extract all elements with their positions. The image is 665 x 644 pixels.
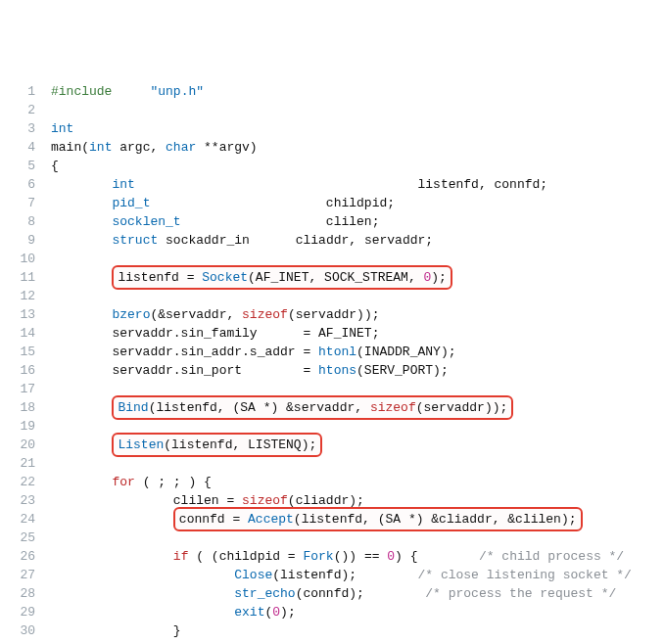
- code-line: 22 for ( ; ; ) {: [0, 473, 657, 491]
- code-token: (listenfd, (SA *) &servaddr,: [149, 400, 370, 415]
- code-line: 1#include "unp.h": [0, 82, 657, 101]
- code-token: [51, 549, 173, 564]
- code-token: (: [81, 140, 89, 155]
- code-line: 5{: [0, 157, 657, 175]
- code-content: for ( ; ; ) {: [51, 473, 657, 491]
- code-token: ( ; ; ) {: [135, 475, 212, 489]
- code-content: servaddr.sin_family = AF_INET;: [51, 324, 657, 343]
- code-line: 9 struct sockaddr_in cliaddr, servaddr;: [0, 231, 657, 250]
- line-number: 31: [0, 640, 51, 644]
- code-token: [51, 307, 112, 322]
- line-number: 10: [0, 250, 51, 268]
- line-number: 29: [0, 603, 51, 621]
- code-line: 15 servaddr.sin_addr.s_addr = htonl(INAD…: [0, 343, 657, 361]
- code-line: 2: [0, 101, 657, 119]
- code-line: 18 Bind(listenfd, (SA *) &servaddr, size…: [0, 398, 657, 417]
- code-token: struct: [112, 233, 158, 248]
- line-number: 15: [0, 343, 51, 361]
- code-content: Bind(listenfd, (SA *) &servaddr, sizeof(…: [51, 398, 657, 417]
- code-content: servaddr.sin_addr.s_addr = htonl(INADDR_…: [51, 343, 657, 361]
- code-listing: 1#include "unp.h"23int4main(int argc, ch…: [0, 82, 657, 644]
- code-token: (AF_INET, SOCK_STREAM,: [248, 270, 423, 285]
- code-token: main: [51, 140, 81, 155]
- code-token: clilen =: [51, 493, 242, 508]
- code-content: }: [51, 621, 657, 640]
- code-token: [51, 233, 112, 248]
- code-line: 8 socklen_t clilen;: [0, 212, 657, 231]
- code-content: listenfd = Socket(AF_INET, SOCK_STREAM, …: [51, 268, 657, 287]
- code-content: bzero(&servaddr, sizeof(servaddr));: [51, 305, 657, 324]
- line-number: 18: [0, 398, 51, 417]
- line-number: 9: [0, 231, 51, 250]
- code-line: 24 connfd = Accept(listenfd, (SA *) &cli…: [0, 510, 657, 529]
- code-token: for: [112, 475, 134, 489]
- line-number: 20: [0, 436, 51, 454]
- code-line: 11 listenfd = Socket(AF_INET, SOCK_STREA…: [0, 268, 657, 287]
- code-token: [51, 586, 234, 601]
- code-content: Close(connfd); /* parent closes connecte…: [51, 640, 657, 644]
- code-line: 26 if ( (childpid = Fork()) == 0) { /* c…: [0, 547, 657, 566]
- code-token: Accept: [248, 512, 294, 527]
- code-token: **argv): [196, 140, 257, 155]
- code-content: servaddr.sin_port = htons(SERV_PORT);: [51, 361, 657, 380]
- code-token: (cliaddr);: [288, 493, 364, 508]
- line-number: 6: [0, 175, 51, 194]
- code-token: ()) ==: [334, 549, 388, 564]
- line-number: 11: [0, 268, 51, 287]
- code-content: #include "unp.h": [51, 82, 657, 101]
- code-token: Close: [234, 568, 272, 582]
- code-token: (INADDR_ANY);: [356, 345, 455, 359]
- line-number: 3: [0, 119, 51, 138]
- line-number: 13: [0, 305, 51, 324]
- code-token: sizeof: [370, 400, 416, 415]
- code-token: bzero: [112, 307, 150, 322]
- code-token: connfd =: [179, 512, 248, 527]
- highlight-box: Listen(listenfd, LISTENQ);: [112, 433, 322, 457]
- code-content: int: [51, 119, 657, 138]
- code-token: {: [51, 159, 59, 173]
- code-token: 0: [272, 605, 280, 620]
- code-line: 3int: [0, 119, 657, 138]
- line-number: 17: [0, 380, 51, 398]
- code-line: 16 servaddr.sin_port = htons(SERV_PORT);: [0, 361, 657, 380]
- code-token: [158, 233, 166, 248]
- code-token: (listenfd, LISTENQ);: [164, 437, 316, 452]
- code-token: "unp.h": [150, 84, 204, 99]
- code-content: socklen_t clilen;: [51, 212, 657, 231]
- code-token: clilen;: [181, 214, 380, 229]
- code-content: str_echo(connfd); /* process the request…: [51, 584, 657, 603]
- line-number: 25: [0, 529, 51, 547]
- code-content: struct sockaddr_in cliaddr, servaddr;: [51, 231, 657, 250]
- code-token: argc,: [112, 140, 166, 155]
- code-token: exit: [234, 605, 264, 620]
- code-token: [51, 196, 112, 210]
- code-line: 29 exit(0);: [0, 603, 657, 621]
- code-token: listenfd, connfd;: [135, 177, 547, 192]
- code-token: sizeof: [242, 493, 288, 508]
- code-line: 31 Close(connfd); /* parent closes conne…: [0, 640, 657, 644]
- code-token: cliaddr, servaddr;: [250, 233, 433, 248]
- code-token: childpid;: [150, 196, 395, 210]
- code-token: Fork: [303, 549, 333, 564]
- line-number: 19: [0, 417, 51, 436]
- line-number: 8: [0, 212, 51, 231]
- code-token: pid_t: [112, 196, 150, 210]
- code-token: ( (childpid =: [188, 549, 303, 564]
- code-line: 28 str_echo(connfd); /* process the requ…: [0, 584, 657, 603]
- code-line: 20 Listen(listenfd, LISTENQ);: [0, 436, 657, 454]
- line-number: 5: [0, 157, 51, 175]
- line-number: 28: [0, 584, 51, 603]
- code-token: int: [51, 121, 73, 136]
- code-line: 6 int listenfd, connfd;: [0, 175, 657, 194]
- code-token: /* close listening socket */: [417, 568, 631, 582]
- code-token: socklen_t: [112, 214, 180, 229]
- code-token: (&servaddr,: [150, 307, 242, 322]
- code-token: (connfd);: [296, 586, 426, 601]
- code-token: (listenfd, (SA *) &cliaddr, &clilen);: [294, 512, 577, 527]
- line-number: 30: [0, 621, 51, 640]
- code-content: Listen(listenfd, LISTENQ);: [51, 436, 657, 454]
- line-number: 7: [0, 194, 51, 212]
- code-line: 21: [0, 454, 657, 473]
- code-token: ) {: [395, 549, 479, 564]
- code-token: htons: [318, 363, 356, 378]
